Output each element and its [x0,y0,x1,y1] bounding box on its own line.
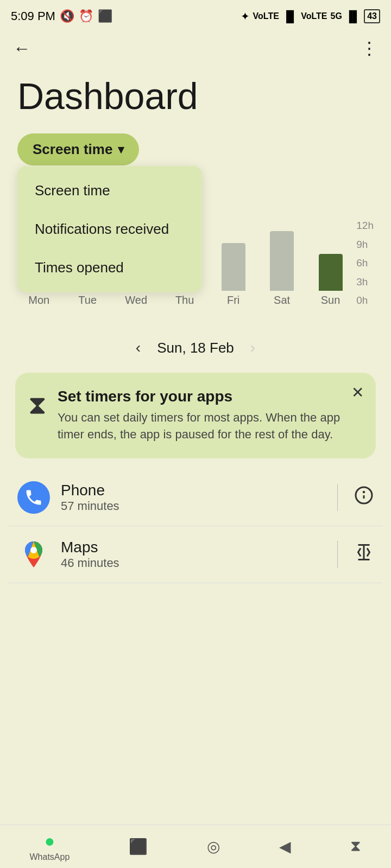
bottom-nav: ● WhatsApp ⬛ ◎ ◀ ⧗ [0,825,391,868]
bottom-nav-whatsapp: ● WhatsApp [30,831,70,862]
prev-date-button[interactable]: ‹ [136,339,141,356]
timer-banner-title: Set timers for your apps [58,388,363,405]
signal-icon: ▐▌ [282,10,298,23]
dropdown-item-times-opened[interactable]: Times opened [17,248,202,287]
bar-sun [319,254,343,291]
stop-icon: ⬛ [98,9,112,23]
maps-app-time: 46 minutes [61,556,321,570]
time-display: 5:09 PM [11,9,55,23]
next-date-button[interactable]: › [250,339,255,356]
y-label-12h: 12h [356,220,374,232]
app-item-phone: Phone 57 minutes [9,469,382,526]
bar-fri [222,243,245,291]
more-options-button[interactable]: ⋮ [361,38,378,59]
chart-bar-sat: Sat [260,231,303,307]
bar-sat [270,231,294,291]
bar-label-mon: Mon [28,294,49,307]
bar-label-wed: Wed [125,294,147,307]
dropdown-section: Screen time ▾ Screen time Notifications … [0,133,391,165]
bottom-nav-square[interactable]: ⬛ [129,838,148,856]
volte2-icon: VoLTE [301,11,327,21]
maps-app-info: Maps 46 minutes [61,539,321,570]
bar-label-sun: Sun [321,294,340,307]
dropdown-menu: Screen time Notifications received Times… [17,166,202,292]
bluetooth-icon: ✦ [241,10,250,23]
phone-app-info: Phone 57 minutes [61,482,321,513]
square-icon: ⬛ [129,838,148,856]
timer-banner: ⧗ Set timers for your apps You can set d… [15,373,376,458]
y-label-0h: 0h [356,295,374,307]
whatsapp-icon: ● [45,831,55,851]
home-circle-icon: ◎ [207,838,220,856]
app-list: Phone 57 minutes Maps 46 minutes [0,469,391,583]
app-item-maps: Maps 46 minutes [9,526,382,583]
y-label-6h: 6h [356,257,374,269]
bottom-nav-home[interactable]: ◎ [207,838,220,856]
screen-time-dropdown[interactable]: Screen time ▾ [17,133,139,165]
phone-app-icon [17,481,50,514]
y-label-3h: 3h [356,276,374,288]
date-navigation: ‹ Sun, 18 Feb › [0,328,391,367]
mute-icon: 🔇 [60,9,74,23]
bottom-nav-whatsapp-label: WhatsApp [30,852,70,862]
back-button[interactable]: ← [13,39,30,59]
phone-app-time: 57 minutes [61,499,321,513]
current-date: Sun, 18 Feb [157,340,234,356]
timer-nav-icon: ⧗ [350,838,361,856]
chart-bar-fri: Fri [212,243,255,307]
status-right: ✦ VoLTE ▐▌ VoLTE 5G ▐▌ 43 [241,9,380,23]
page-title: Dashboard [0,64,391,133]
back-triangle-icon: ◀ [279,838,291,856]
maps-divider [337,541,338,568]
dropdown-button-label: Screen time [33,141,112,158]
y-label-9h: 9h [356,239,374,251]
maps-app-name: Maps [61,539,321,556]
dropdown-item-notifications[interactable]: Notifications received [17,210,202,248]
dropdown-item-screen-time[interactable]: Screen time [17,171,202,210]
bar-label-tue: Tue [78,294,97,307]
volte-icon: VoLTE [253,11,279,21]
timer-close-button[interactable]: ✕ [351,384,364,401]
bar-label-thu: Thu [175,294,194,307]
top-nav: ← ⋮ [0,33,391,64]
svg-point-3 [30,547,37,553]
5g-icon: 5G [331,11,342,21]
bar-label-fri: Fri [227,294,239,307]
bottom-nav-back[interactable]: ◀ [279,838,291,856]
chart-y-labels: 12h9h6h3h0h [356,220,374,323]
phone-app-name: Phone [61,482,321,499]
battery-display: 43 [364,9,380,23]
bar-label-sat: Sat [274,294,290,307]
maps-timer-button[interactable] [354,542,374,566]
phone-info-button[interactable] [354,486,374,509]
phone-divider [337,484,338,511]
chart-bar-sun: Sun [309,254,352,307]
bottom-nav-timer[interactable]: ⧗ [350,838,361,856]
status-left: 5:09 PM 🔇 ⏰ ⬛ [11,9,112,23]
signal2-icon: ▐▌ [345,10,361,23]
status-bar: 5:09 PM 🔇 ⏰ ⬛ ✦ VoLTE ▐▌ VoLTE 5G ▐▌ 43 [0,0,391,33]
alarm-icon: ⏰ [79,9,93,23]
timer-text: Set timers for your apps You can set dai… [58,388,363,443]
dropdown-arrow-icon: ▾ [118,143,124,157]
hourglass-icon: ⧗ [28,390,47,421]
timer-banner-description: You can set daily timers for most apps. … [58,410,363,443]
maps-app-icon [17,538,50,571]
